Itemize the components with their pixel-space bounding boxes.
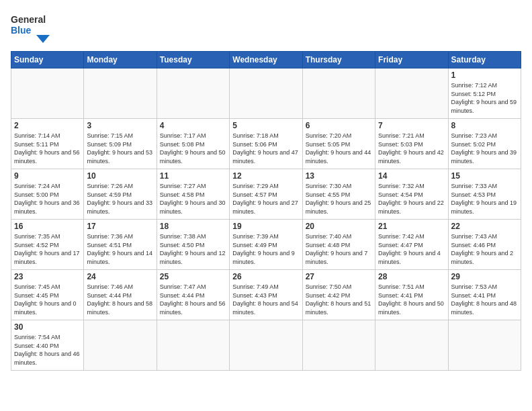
day-info: Sunrise: 7:43 AM Sunset: 4:46 PM Dayligh… [451,232,518,266]
day-info: Sunrise: 7:33 AM Sunset: 4:53 PM Dayligh… [451,182,518,216]
day-number: 7 [378,121,445,130]
day-info: Sunrise: 7:17 AM Sunset: 5:08 PM Dayligh… [160,132,226,165]
day-info: Sunrise: 7:26 AM Sunset: 4:59 PM Dayligh… [87,182,153,216]
day-cell: 9Sunrise: 7:24 AM Sunset: 5:00 PM Daylig… [11,169,84,220]
week-row-5: 30Sunrise: 7:54 AM Sunset: 4:40 PM Dayli… [11,320,521,371]
day-number: 22 [451,222,518,231]
day-number: 4 [160,121,226,130]
week-row-2: 9Sunrise: 7:24 AM Sunset: 5:00 PM Daylig… [11,169,521,220]
day-number: 3 [87,121,153,130]
day-cell [84,68,157,119]
day-info: Sunrise: 7:24 AM Sunset: 5:00 PM Dayligh… [14,182,81,216]
day-info: Sunrise: 7:18 AM Sunset: 5:06 PM Dayligh… [232,132,299,165]
page-header: General Blue [11,11,521,44]
calendar-table: SundayMondayTuesdayWednesdayThursdayFrid… [11,51,521,371]
day-info: Sunrise: 7:53 AM Sunset: 4:41 PM Dayligh… [451,283,518,316]
day-number: 2 [14,121,81,130]
day-cell [230,68,302,119]
day-cell: 13Sunrise: 7:30 AM Sunset: 4:55 PM Dayli… [302,169,375,220]
logo-icon: General Blue [11,11,51,44]
day-number: 14 [378,171,445,181]
day-info: Sunrise: 7:39 AM Sunset: 4:49 PM Dayligh… [232,232,299,266]
day-info: Sunrise: 7:51 AM Sunset: 4:41 PM Dayligh… [378,283,445,316]
day-cell: 18Sunrise: 7:38 AM Sunset: 4:50 PM Dayli… [157,220,229,270]
day-cell: 30Sunrise: 7:54 AM Sunset: 4:40 PM Dayli… [11,320,84,371]
day-info: Sunrise: 7:20 AM Sunset: 5:05 PM Dayligh… [306,132,372,165]
day-cell [230,320,302,371]
day-info: Sunrise: 7:42 AM Sunset: 4:47 PM Dayligh… [378,232,445,266]
day-header-saturday: Saturday [448,52,521,68]
day-number: 27 [306,272,372,281]
day-info: Sunrise: 7:46 AM Sunset: 4:44 PM Dayligh… [87,283,153,316]
day-cell: 19Sunrise: 7:39 AM Sunset: 4:49 PM Dayli… [230,220,302,270]
day-number: 24 [87,272,153,281]
day-cell: 14Sunrise: 7:32 AM Sunset: 4:54 PM Dayli… [375,169,448,220]
day-cell [375,68,448,119]
day-number: 15 [451,171,518,181]
day-info: Sunrise: 7:45 AM Sunset: 4:45 PM Dayligh… [14,283,81,316]
day-cell [375,320,448,371]
svg-text:Blue: Blue [11,25,32,36]
day-cell: 7Sunrise: 7:21 AM Sunset: 5:03 PM Daylig… [375,119,448,169]
day-cell: 2Sunrise: 7:14 AM Sunset: 5:11 PM Daylig… [11,119,84,169]
day-number: 30 [14,322,81,332]
day-info: Sunrise: 7:27 AM Sunset: 4:58 PM Dayligh… [160,182,226,216]
day-number: 10 [87,171,153,181]
header-row: SundayMondayTuesdayWednesdayThursdayFrid… [11,52,521,68]
day-number: 9 [14,171,81,181]
day-number: 5 [232,121,299,130]
day-cell: 27Sunrise: 7:50 AM Sunset: 4:42 PM Dayli… [302,270,375,320]
svg-text:General: General [11,14,46,25]
day-cell: 25Sunrise: 7:47 AM Sunset: 4:44 PM Dayli… [157,270,229,320]
day-cell: 3Sunrise: 7:15 AM Sunset: 5:09 PM Daylig… [84,119,157,169]
day-info: Sunrise: 7:54 AM Sunset: 4:40 PM Dayligh… [14,333,81,367]
day-cell: 24Sunrise: 7:46 AM Sunset: 4:44 PM Dayli… [84,270,157,320]
day-number: 21 [378,222,445,231]
day-number: 1 [451,71,518,80]
day-cell: 28Sunrise: 7:51 AM Sunset: 4:41 PM Dayli… [375,270,448,320]
day-number: 11 [160,171,226,181]
day-cell: 23Sunrise: 7:45 AM Sunset: 4:45 PM Dayli… [11,270,84,320]
day-cell [448,320,521,371]
day-cell [157,68,229,119]
day-number: 6 [306,121,372,130]
day-header-thursday: Thursday [302,52,375,68]
day-info: Sunrise: 7:29 AM Sunset: 4:57 PM Dayligh… [232,182,299,216]
day-info: Sunrise: 7:47 AM Sunset: 4:44 PM Dayligh… [160,283,226,316]
day-number: 28 [378,272,445,281]
week-row-4: 23Sunrise: 7:45 AM Sunset: 4:45 PM Dayli… [11,270,521,320]
day-cell: 17Sunrise: 7:36 AM Sunset: 4:51 PM Dayli… [84,220,157,270]
day-info: Sunrise: 7:38 AM Sunset: 4:50 PM Dayligh… [160,232,226,266]
day-info: Sunrise: 7:50 AM Sunset: 4:42 PM Dayligh… [306,283,372,316]
day-cell [302,320,375,371]
day-cell: 11Sunrise: 7:27 AM Sunset: 4:58 PM Dayli… [157,169,229,220]
day-cell: 12Sunrise: 7:29 AM Sunset: 4:57 PM Dayli… [230,169,302,220]
day-info: Sunrise: 7:40 AM Sunset: 4:48 PM Dayligh… [306,232,372,266]
day-info: Sunrise: 7:14 AM Sunset: 5:11 PM Dayligh… [14,132,81,165]
day-header-friday: Friday [375,52,448,68]
day-cell: 4Sunrise: 7:17 AM Sunset: 5:08 PM Daylig… [157,119,229,169]
day-cell: 8Sunrise: 7:23 AM Sunset: 5:02 PM Daylig… [448,119,521,169]
day-number: 16 [14,222,81,231]
day-number: 29 [451,272,518,281]
day-info: Sunrise: 7:36 AM Sunset: 4:51 PM Dayligh… [87,232,153,266]
svg-marker-2 [36,35,50,43]
day-number: 25 [160,272,226,281]
day-info: Sunrise: 7:32 AM Sunset: 4:54 PM Dayligh… [378,182,445,216]
day-cell: 15Sunrise: 7:33 AM Sunset: 4:53 PM Dayli… [448,169,521,220]
week-row-0: 1Sunrise: 7:12 AM Sunset: 5:12 PM Daylig… [11,68,521,119]
day-header-wednesday: Wednesday [230,52,302,68]
day-header-monday: Monday [84,52,157,68]
day-header-sunday: Sunday [11,52,84,68]
day-cell: 10Sunrise: 7:26 AM Sunset: 4:59 PM Dayli… [84,169,157,220]
day-info: Sunrise: 7:49 AM Sunset: 4:43 PM Dayligh… [232,283,299,316]
day-info: Sunrise: 7:12 AM Sunset: 5:12 PM Dayligh… [451,81,518,115]
day-info: Sunrise: 7:15 AM Sunset: 5:09 PM Dayligh… [87,132,153,165]
day-number: 18 [160,222,226,231]
day-number: 13 [306,171,372,181]
day-cell [302,68,375,119]
day-header-tuesday: Tuesday [157,52,229,68]
logo: General Blue [11,11,51,44]
day-cell [157,320,229,371]
day-number: 8 [451,121,518,130]
